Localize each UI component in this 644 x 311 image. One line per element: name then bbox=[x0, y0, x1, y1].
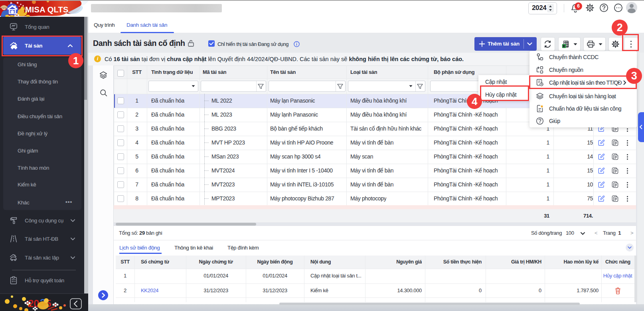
svg-text:x: x bbox=[563, 44, 565, 48]
svg-text:20: 20 bbox=[28, 297, 39, 309]
svg-text:MISA QLTS: MISA QLTS bbox=[25, 5, 68, 14]
